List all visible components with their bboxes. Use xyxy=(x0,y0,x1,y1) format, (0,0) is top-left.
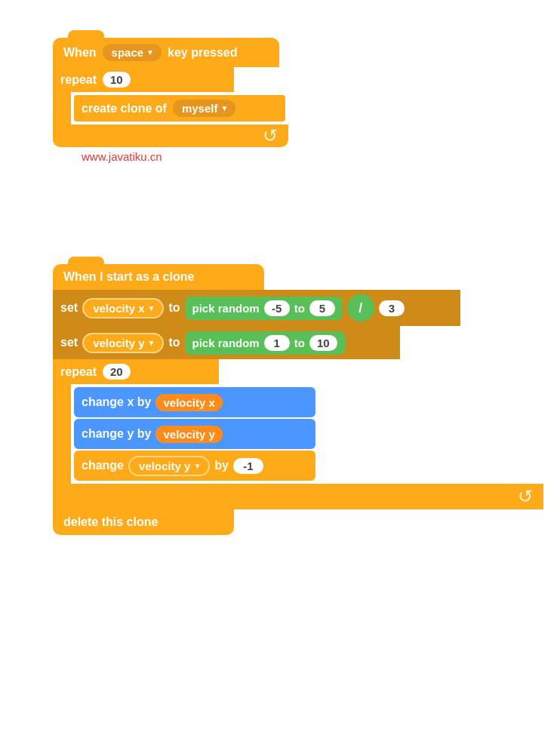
change-y-block: change y by velocity y xyxy=(74,419,315,449)
change-x-block: change x by velocity x xyxy=(74,387,315,417)
key-dropdown[interactable]: space ▼ xyxy=(103,44,162,61)
key-pressed-label: key pressed xyxy=(168,46,238,60)
vy-change-value[interactable]: -1 xyxy=(233,458,263,474)
pick-random-y: pick random 1 to 10 xyxy=(185,331,345,355)
clone-target-dropdown[interactable]: myself ▼ xyxy=(173,100,235,117)
to-label-2: to xyxy=(168,336,180,349)
watermark-text: www.javatiku.cn xyxy=(82,150,162,163)
by-label: by xyxy=(214,459,229,472)
repeat-20-block: repeat 20 xyxy=(53,359,219,384)
velocity-y-pill: velocity y xyxy=(155,426,222,443)
create-clone-block: create clone of myself ▼ xyxy=(74,95,285,122)
delete-clone-block[interactable]: delete this clone xyxy=(53,509,234,535)
clone-hat-label: When I start as a clone xyxy=(63,270,194,284)
velocity-y-change-dropdown[interactable]: velocity y ▼ xyxy=(128,456,210,476)
repeat-20-value[interactable]: 20 xyxy=(103,364,131,380)
repeat-bottom-2: ↺ xyxy=(53,484,543,509)
set-label-2: set xyxy=(60,336,78,349)
repeat-value[interactable]: 10 xyxy=(103,72,131,88)
create-clone-label: create clone of xyxy=(82,102,167,115)
watermark-area: www.javatiku.cn xyxy=(53,150,288,163)
hat-block-clone: When I start as a clone xyxy=(53,264,543,290)
when-label: When xyxy=(63,46,97,60)
random-from-y[interactable]: 1 xyxy=(264,335,290,351)
repeat-bottom: ↺ xyxy=(53,125,288,147)
velocity-x-pill: velocity x xyxy=(155,394,222,411)
hat-block-when-key: When space ▼ key pressed xyxy=(53,38,279,67)
random-from-x[interactable]: -5 xyxy=(264,300,290,316)
group1: When space ▼ key pressed repeat 10 creat… xyxy=(53,38,288,163)
velocity-y-dropdown[interactable]: velocity y ▼ xyxy=(82,333,164,353)
set-velocity-y-block: set velocity y ▼ to pick random 1 to 10 xyxy=(53,326,400,359)
random-to-y[interactable]: 10 xyxy=(309,335,337,351)
change-vy-label: change xyxy=(82,459,124,472)
loop-arrow-icon-2: ↺ xyxy=(518,486,533,507)
loop-arrow-icon: ↺ xyxy=(263,125,278,146)
repeat-label-2: repeat xyxy=(60,365,97,379)
repeat-label: repeat xyxy=(60,73,97,87)
random-to-x[interactable]: 5 xyxy=(309,300,335,316)
change-x-label: change x by xyxy=(82,395,151,409)
change-vy-block: change velocity y ▼ by -1 xyxy=(74,451,315,481)
pick-random-x: pick random -5 to 5 xyxy=(185,297,343,320)
divide-icon: / xyxy=(347,294,374,321)
repeat-block: repeat 10 xyxy=(53,67,234,92)
velocity-x-dropdown[interactable]: velocity x ▼ xyxy=(82,298,164,318)
change-y-label: change y by xyxy=(82,427,151,441)
group2: When I start as a clone set velocity x ▼… xyxy=(53,264,543,535)
delete-clone-label: delete this clone xyxy=(63,515,158,528)
set-label-1: set xyxy=(60,301,78,315)
set-velocity-x-block: set velocity x ▼ to pick random -5 to 5 … xyxy=(53,290,460,326)
div-value[interactable]: 3 xyxy=(379,300,405,316)
to-label-1: to xyxy=(168,301,180,315)
